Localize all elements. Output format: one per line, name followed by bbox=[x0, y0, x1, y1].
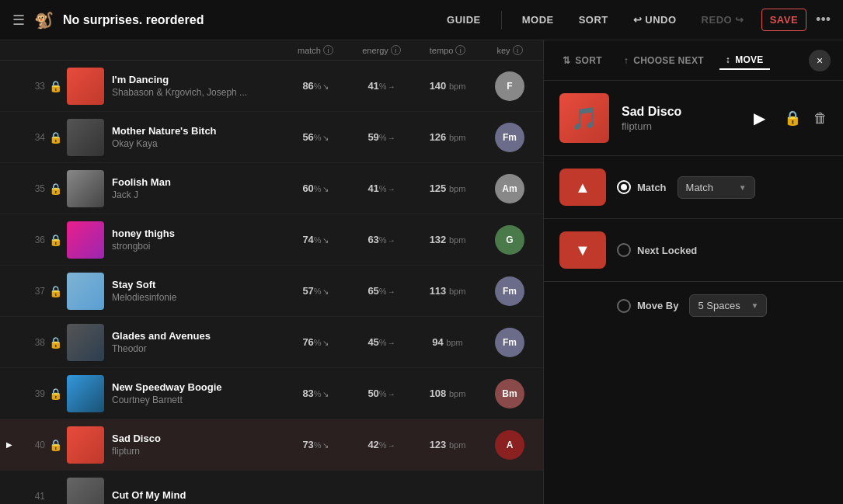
play-indicator: ▶ bbox=[6, 440, 20, 449]
track-info: Stay Soft Melodiesinfonie bbox=[112, 279, 280, 303]
menu-icon[interactable]: ☰ bbox=[12, 12, 25, 29]
energy-info-icon[interactable]: i bbox=[391, 45, 401, 55]
preview-album-art: 🎵 bbox=[559, 93, 609, 143]
match-info-icon[interactable]: i bbox=[323, 45, 333, 55]
preview-play-button[interactable]: ▶ bbox=[747, 106, 772, 130]
lock-icon: 🔒 bbox=[48, 439, 62, 451]
energy-value: 50 bbox=[368, 388, 378, 399]
tab-sort[interactable]: ⇅ SORT bbox=[556, 52, 608, 69]
track-number: 35 bbox=[23, 183, 45, 194]
energy-arrow-icon: → bbox=[388, 185, 395, 193]
mode-button[interactable]: MODE bbox=[514, 9, 562, 30]
track-row[interactable]: 41 Cut Of My Mind bbox=[0, 471, 543, 504]
tempo-value: 132 bbox=[430, 234, 447, 245]
track-row[interactable]: 35 🔒 Foolish Man Jack J 60%↘ 41%→ 125 bp… bbox=[0, 163, 543, 214]
sort-button[interactable]: SORT bbox=[571, 9, 616, 30]
preview-delete-icon[interactable]: 🗑 bbox=[813, 110, 827, 127]
track-number: 40 bbox=[23, 440, 45, 450]
track-info: Cut Of My Mind bbox=[112, 489, 280, 502]
track-energy: 41%→ bbox=[350, 182, 413, 194]
key-badge: Am bbox=[495, 174, 524, 203]
tempo-value: 108 bbox=[430, 388, 447, 399]
move-by-radio-circle[interactable] bbox=[617, 299, 631, 313]
match-arrow-icon: ↘ bbox=[322, 134, 329, 142]
energy-value: 42 bbox=[368, 439, 378, 450]
track-row[interactable]: 36 🔒 honey thighs strongboi 74%↘ 63%→ 13… bbox=[0, 214, 543, 266]
move-by-dropdown[interactable]: 5 Spaces ▼ bbox=[689, 294, 767, 317]
track-key: Fm bbox=[482, 328, 537, 357]
guide-button[interactable]: GUIDE bbox=[439, 9, 489, 30]
move-tab-label: MOVE bbox=[735, 54, 764, 65]
move-by-radio-option[interactable]: Move By bbox=[617, 299, 678, 313]
match-arrow-icon: ↘ bbox=[322, 82, 329, 91]
more-options-icon[interactable]: ••• bbox=[816, 12, 831, 28]
match-arrow-icon: ↘ bbox=[322, 390, 329, 398]
key-badge: F bbox=[495, 71, 524, 101]
move-down-button[interactable]: ▼ bbox=[559, 231, 606, 269]
track-info: honey thighs strongboi bbox=[112, 228, 280, 252]
energy-value: 59 bbox=[368, 131, 378, 143]
track-thumbnail bbox=[67, 273, 104, 310]
tempo-value: 94 bbox=[432, 336, 443, 348]
track-thumbnail bbox=[67, 170, 104, 207]
match-value: 86 bbox=[302, 80, 313, 92]
preview-track-info: Sad Disco flipturn bbox=[622, 105, 734, 132]
match-dropdown-arrow-icon: ▼ bbox=[739, 183, 747, 192]
track-title: Cut Of My Mind bbox=[112, 489, 280, 501]
tempo-bpm: bpm bbox=[449, 287, 465, 296]
tempo-info-icon[interactable]: i bbox=[455, 45, 465, 55]
match-header-label: match bbox=[298, 46, 321, 55]
track-info: Sad Disco flipturn bbox=[112, 433, 280, 457]
match-action-row: ▲ Match Match ▼ bbox=[559, 169, 827, 206]
tab-choose-next[interactable]: ↑ CHOOSE NEXT bbox=[618, 52, 710, 69]
energy-arrow-icon: → bbox=[388, 339, 395, 347]
match-value: 60 bbox=[302, 182, 313, 194]
track-row[interactable]: 37 🔒 Stay Soft Melodiesinfonie 57%↘ 65%→… bbox=[0, 266, 543, 317]
tab-move[interactable]: ↕ MOVE bbox=[719, 51, 770, 70]
track-title: I'm Dancing bbox=[112, 74, 280, 85]
track-row[interactable]: 33 🔒 I'm Dancing Shabason & Krgovich, Jo… bbox=[0, 61, 543, 112]
track-match: 73%↘ bbox=[280, 439, 350, 450]
panel-close-button[interactable]: × bbox=[809, 50, 831, 71]
track-artist: Theodor bbox=[112, 343, 280, 354]
save-button[interactable]: SAVE bbox=[761, 9, 806, 31]
track-energy: 45%→ bbox=[350, 336, 413, 348]
track-row[interactable]: 34 🔒 Mother Nature's Bitch Okay Kaya 56%… bbox=[0, 112, 543, 163]
track-thumbnail bbox=[67, 119, 104, 156]
track-match: 74%↘ bbox=[280, 234, 350, 245]
track-title: Mother Nature's Bitch bbox=[112, 125, 280, 137]
redo-label: REDO bbox=[702, 14, 733, 26]
move-up-button[interactable]: ▲ bbox=[559, 169, 606, 206]
match-radio-option[interactable]: Match bbox=[617, 180, 667, 194]
match-dropdown[interactable]: Match ▼ bbox=[678, 176, 755, 199]
track-row[interactable]: 38 🔒 Glades and Avenues Theodor 76%↘ 45%… bbox=[0, 317, 543, 368]
energy-value: 45 bbox=[368, 336, 378, 348]
key-badge: Fm bbox=[495, 276, 524, 306]
next-locked-radio-circle[interactable] bbox=[617, 243, 631, 257]
track-title: honey thighs bbox=[112, 228, 280, 239]
match-value: 56 bbox=[302, 131, 313, 143]
redo-button[interactable]: REDO ↪ bbox=[694, 9, 752, 30]
next-locked-radio-option[interactable]: Next Locked bbox=[617, 243, 697, 257]
track-row[interactable]: ▶ 40 🔒 Sad Disco flipturn 73%↘ 42%→ 123 … bbox=[0, 419, 543, 471]
track-match: 57%↘ bbox=[280, 285, 350, 297]
undo-button[interactable]: ↩ UNDO bbox=[625, 9, 685, 30]
track-thumbnail bbox=[67, 68, 104, 105]
track-key: G bbox=[482, 225, 537, 255]
match-pct: % bbox=[314, 440, 322, 450]
track-row[interactable]: 39 🔒 New Speedway Boogie Courtney Barnet… bbox=[0, 368, 543, 419]
undo-label: UNDO bbox=[645, 14, 676, 26]
track-thumbnail bbox=[67, 324, 104, 361]
col-header-energy: energy i bbox=[350, 45, 413, 55]
key-info-icon[interactable]: i bbox=[513, 45, 523, 55]
key-badge: Fm bbox=[495, 328, 524, 357]
tempo-bpm: bpm bbox=[449, 235, 465, 245]
track-tempo: 123 bpm bbox=[413, 439, 482, 450]
energy-pct: % bbox=[379, 287, 387, 296]
energy-pct: % bbox=[379, 235, 387, 245]
track-match: 56%↘ bbox=[280, 131, 350, 143]
preview-lock-icon[interactable]: 🔒 bbox=[784, 109, 801, 127]
col-header-match: match i bbox=[280, 45, 350, 55]
tempo-value: 140 bbox=[430, 80, 447, 92]
match-radio-circle[interactable] bbox=[617, 180, 631, 194]
